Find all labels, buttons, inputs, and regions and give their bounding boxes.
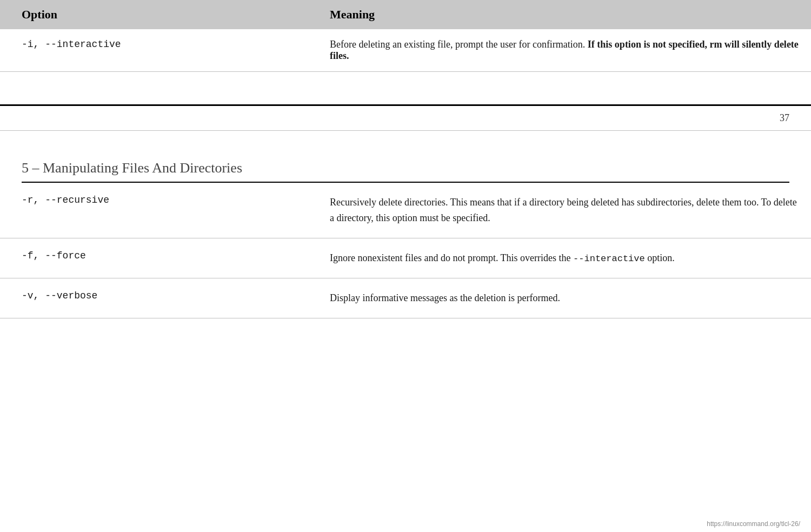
bottom-table: -r, --recursive Recursively delete direc… [0,183,811,318]
meaning-force-plain1: Ignore nonexistent files and do not prom… [330,252,573,263]
option-force: -f, --force [0,238,308,278]
option-recursive: -r, --recursive [0,183,308,238]
spacer [0,72,811,104]
page-container: Option Meaning -i, --interactive Before … [0,0,811,318]
table-row: -f, --force Ignore nonexistent files and… [0,238,811,278]
table-row: -v, --verbose Display informative messag… [0,278,811,318]
meaning-interactive: Before deleting an existing file, prompt… [308,29,811,72]
meaning-force: Ignore nonexistent files and do not prom… [308,238,811,278]
table-row: -i, --interactive Before deleting an exi… [0,29,811,72]
header-option: Option [0,0,308,29]
chapter-section: 5 – Manipulating Files And Directories [0,144,811,183]
table-row: -r, --recursive Recursively delete direc… [0,183,811,238]
meaning-text-plain: Before deleting an existing file, prompt… [330,39,588,50]
meaning-recursive: Recursively delete directories. This mea… [308,183,811,238]
option-interactive: -i, --interactive [0,29,308,72]
page-number: 37 [780,112,789,124]
option-verbose: -v, --verbose [0,278,308,318]
chapter-title: 5 – Manipulating Files And Directories [22,160,789,183]
table-header-row: Option Meaning [0,0,811,29]
meaning-force-plain2: option. [645,252,675,263]
spacer2 [0,131,811,144]
top-table: Option Meaning -i, --interactive Before … [0,0,811,72]
header-meaning: Meaning [308,0,811,29]
meaning-force-code: --interactive [573,254,645,264]
url-note: https://linuxcommand.org/tlcl-26/ [707,520,800,528]
meaning-verbose: Display informative messages as the dele… [308,278,811,318]
page-number-row: 37 [0,106,811,131]
